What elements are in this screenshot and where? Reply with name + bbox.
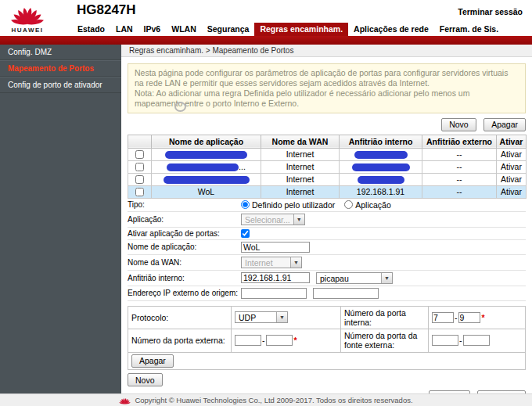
- internal-host-select-value: picapau: [317, 273, 381, 283]
- app-name-label: Nome de aplicação:: [128, 243, 241, 251]
- internal-host-input[interactable]: [241, 272, 310, 283]
- nav-red-bar: [0, 36, 532, 45]
- port-section: Protocolo: UDP ▼ Número da porta interna…: [128, 306, 526, 370]
- internal-host-select[interactable]: picapau ▼: [316, 272, 393, 284]
- source-port-end-input[interactable]: [463, 335, 490, 346]
- table-toolbar: Novo Apagar: [128, 117, 526, 131]
- enable-mapping-checkbox[interactable]: [241, 229, 250, 238]
- cell-name: WoL: [152, 185, 261, 198]
- external-ip-input-2[interactable]: [313, 288, 379, 299]
- range-separator: -: [455, 313, 458, 322]
- application-select-value: Selecionar...: [242, 214, 293, 225]
- redacted-value: [165, 151, 247, 159]
- nav-tab-ipv6[interactable]: IPv6: [138, 23, 167, 36]
- external-port-label: Número da porta externa:: [128, 329, 232, 352]
- redacted-value: [358, 176, 404, 184]
- row-checkbox[interactable]: [135, 163, 144, 171]
- form-row-external-ip: Endereço IP externo de origem:: [128, 286, 526, 301]
- wan-name-select[interactable]: Internet ▼: [241, 257, 302, 268]
- protocol-select[interactable]: UDP ▼: [235, 311, 288, 323]
- internal-host-label: Anfitrião interno:: [128, 274, 241, 282]
- header: HUAWEI HG8247H Terminar sessão Estado LA…: [0, 0, 532, 36]
- internal-port-label: Número da porta interna:: [341, 306, 429, 329]
- cell-enable: Ativar: [497, 173, 527, 185]
- table-row[interactable]: Internet -- Ativar: [128, 148, 527, 160]
- cell-wan: Internet: [261, 148, 340, 160]
- nav-tab-estado[interactable]: Estado: [72, 23, 110, 36]
- cursor-circle: [174, 102, 186, 112]
- radio-user-defined[interactable]: [241, 200, 250, 209]
- nav-tab-regras-encaminham[interactable]: Regras encaminham.: [254, 23, 348, 36]
- internal-port-start-input[interactable]: [432, 312, 454, 323]
- breadcrumb: Regras encaminham. > Mapeamento de Porto…: [121, 45, 532, 57]
- new-port-button[interactable]: Novo: [128, 373, 163, 386]
- required-mark: *: [482, 313, 485, 322]
- radio-application-label: Aplicação: [355, 200, 391, 210]
- form-row-internal-host: Anfitrião interno: picapau ▼: [128, 271, 526, 286]
- protocol-select-value: UDP: [235, 312, 276, 322]
- row-checkbox[interactable]: [135, 188, 144, 196]
- delete-port-button[interactable]: Apagar: [131, 354, 174, 368]
- select-all-header: [128, 135, 152, 148]
- row-checkbox[interactable]: [135, 150, 144, 159]
- nav-tab-ferram-sis[interactable]: Ferram. de Sis.: [434, 23, 504, 36]
- header-logo: HUAWEI: [8, 2, 47, 34]
- nav-tab-wlan[interactable]: WLAN: [166, 23, 202, 36]
- new-mapping-button[interactable]: Novo: [441, 118, 476, 131]
- row-checkbox[interactable]: [135, 175, 144, 184]
- sidebar-item-mapeamento-portos[interactable]: Mapeamento de Portos: [0, 60, 121, 77]
- cell-wan: Internet: [261, 173, 340, 185]
- app-name-input[interactable]: [241, 242, 310, 253]
- col-header-external-host: Anfitrião externo: [422, 135, 497, 148]
- nav-tab-aplicacoes-rede[interactable]: Aplicações de rede: [348, 23, 434, 36]
- footer: Copyright © Huawei Technologies Co., Ltd…: [0, 393, 532, 406]
- external-port-end-input[interactable]: [266, 335, 293, 346]
- redacted-value: [352, 163, 410, 171]
- nav-tab-lan[interactable]: LAN: [110, 23, 138, 36]
- cell-enable: Ativar: [497, 185, 527, 198]
- cell-external: --: [422, 173, 497, 185]
- main-panel: Regras encaminham. > Mapeamento de Porto…: [121, 45, 532, 393]
- sidebar-item-porto-ativador[interactable]: Config de porto de ativador: [0, 77, 121, 93]
- application-select[interactable]: Selecionar... ▼: [241, 214, 305, 225]
- logout-link[interactable]: Terminar sessão: [458, 7, 523, 16]
- nav-tab-seguranca[interactable]: Segurança: [202, 23, 255, 36]
- form-row-application: Aplicação: Selecionar... ▼: [128, 212, 526, 228]
- delete-mapping-button[interactable]: Apagar: [483, 118, 526, 131]
- cell-name-suffix: ...: [239, 162, 246, 171]
- sidebar-item-config-dmz[interactable]: Config. DMZ: [0, 45, 121, 60]
- form-row-enable-mapping: Ativar aplicação de portas:: [128, 228, 526, 240]
- brand-text: HUAWEI: [8, 27, 47, 34]
- chevron-down-icon: ▼: [276, 312, 287, 322]
- wan-name-select-value: Internet: [242, 257, 290, 268]
- copyright-text: Copyright © Huawei Technologies Co., Ltd…: [135, 396, 412, 404]
- cell-enable: Ativar: [497, 160, 527, 173]
- table-row[interactable]: Internet -- Ativar: [128, 173, 527, 185]
- sidebar: Config. DMZ Mapeamento de Portos Config …: [0, 45, 121, 393]
- wan-name-label: Nome da WAN:: [128, 258, 241, 267]
- enable-mapping-label: Ativar aplicação de portas:: [128, 229, 241, 238]
- external-ip-input-1[interactable]: [241, 288, 307, 299]
- info-text-line1: Nesta página pode configurar os parâmetr…: [135, 68, 508, 88]
- table-header-row: Nome de aplicação Nome da WAN Anfitrião …: [128, 135, 527, 148]
- mapping-table: Nome de aplicação Nome da WAN Anfitrião …: [128, 135, 527, 199]
- cell-external: --: [422, 185, 497, 198]
- form-row-wan: Nome da WAN: Internet ▼: [128, 255, 526, 271]
- table-row[interactable]: ... Internet -- Ativar: [128, 160, 527, 173]
- cell-external: --: [422, 148, 497, 160]
- port-row-2: Número da porta externa: -* Número da po…: [128, 329, 526, 352]
- col-header-wan-name: Nome da WAN: [261, 135, 340, 148]
- col-header-app-name: Nome de aplicação: [152, 135, 261, 148]
- redacted-value: [164, 176, 250, 184]
- internal-port-end-input[interactable]: [458, 312, 480, 323]
- cell-wan: Internet: [261, 185, 340, 198]
- range-separator: -: [459, 336, 462, 345]
- external-port-start-input[interactable]: [235, 335, 261, 346]
- source-port-start-input[interactable]: [432, 335, 458, 346]
- table-row-selected[interactable]: WoL Internet 192.168.1.91 -- Ativar: [128, 185, 527, 198]
- radio-application[interactable]: [344, 200, 353, 209]
- main-nav: Estado LAN IPv6 WLAN Segurança Regras en…: [72, 23, 504, 36]
- port-row-1: Protocolo: UDP ▼ Número da porta interna…: [128, 306, 526, 329]
- chevron-down-icon: ▼: [290, 257, 301, 268]
- protocol-label: Protocolo:: [128, 306, 232, 329]
